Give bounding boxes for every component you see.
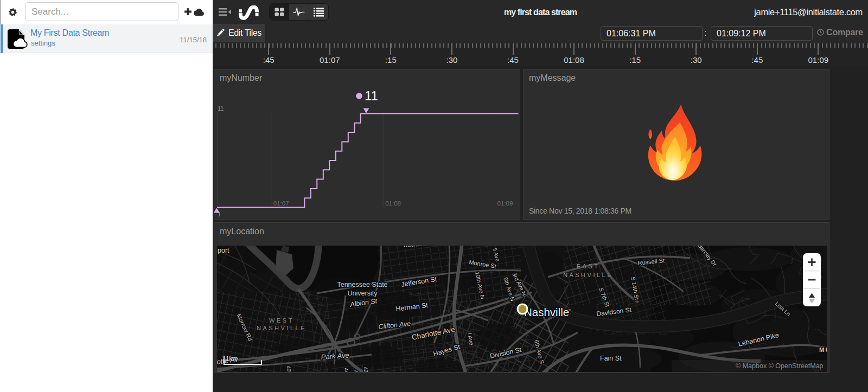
svg-text:Fain St: Fain St <box>600 355 622 362</box>
svg-text:NASHVILLE: NASHVILLE <box>257 325 307 331</box>
svg-text:11: 11 <box>218 105 224 112</box>
svg-text:port: port <box>218 247 229 254</box>
svg-text:Tennessee State: Tennessee State <box>337 281 387 288</box>
svg-text:11: 11 <box>365 88 378 103</box>
svg-text:01:08: 01:08 <box>385 200 401 207</box>
svg-text:University: University <box>348 290 378 297</box>
svg-text:1km: 1km <box>226 355 238 362</box>
svg-text:NASHVILLE: NASHVILLE <box>563 272 613 278</box>
svg-text:49th: 49th <box>285 365 293 372</box>
svg-text:MU: MU <box>819 346 827 353</box>
svg-text:WEST: WEST <box>269 317 294 324</box>
svg-text:© Mapbox © OpenStreetMap: © Mapbox © OpenStreetMap <box>736 362 824 370</box>
svg-text:01:09: 01:09 <box>497 200 513 207</box>
svg-text:EAST: EAST <box>577 263 600 269</box>
svg-text:Nashville: Nashville <box>524 306 569 318</box>
svg-text:01:07: 01:07 <box>273 200 289 207</box>
